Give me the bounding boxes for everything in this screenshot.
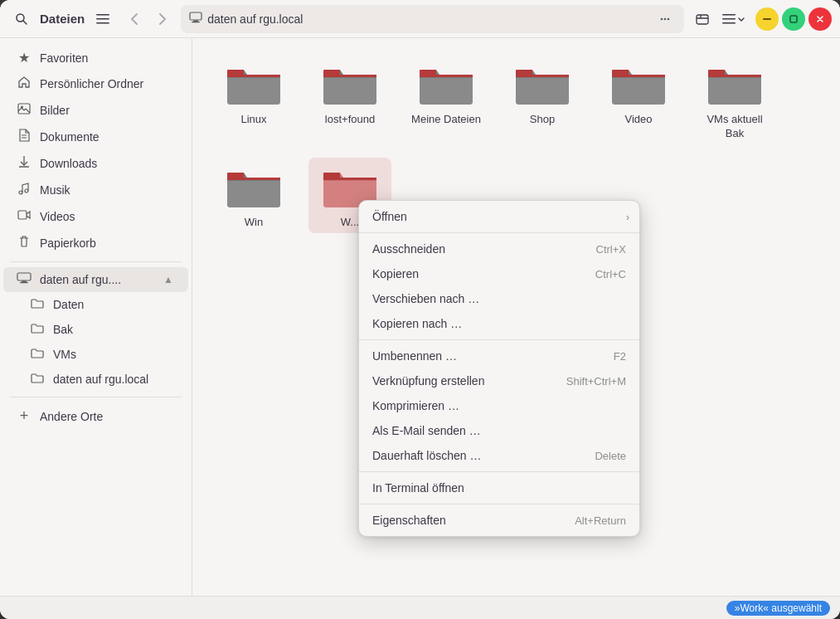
folder-video[interactable]: Video: [597, 55, 680, 144]
context-item-komprimieren[interactable]: Komprimieren …: [359, 393, 639, 418]
context-item-terminal[interactable]: In Terminal öffnen: [359, 475, 639, 500]
sidebar-divider-2: [10, 397, 182, 397]
view-toggle-button[interactable]: [719, 6, 749, 32]
home-icon: [17, 76, 32, 92]
context-item-umbenennen[interactable]: Umbenennen … F2: [359, 344, 639, 368]
folder-lost-found[interactable]: lost+found: [308, 55, 391, 144]
sidebar-item-vms[interactable]: VMs: [3, 342, 188, 367]
shortcut-umbenennen: F2: [614, 350, 626, 363]
sidebar-label-videos: Videos: [40, 210, 175, 223]
titlebar-right: [689, 6, 832, 32]
context-label-verschieben: Verschieben nach …: [372, 292, 479, 305]
svg-rect-17: [18, 104, 30, 114]
svg-rect-44: [323, 178, 376, 180]
sidebar-item-persoenlicher-ordner[interactable]: Persönlicher Ordner: [3, 71, 188, 97]
svg-point-8: [661, 17, 663, 20]
svg-point-9: [664, 17, 667, 20]
titlebar-left: Dateien: [8, 6, 116, 32]
context-label-umbenennen: Umbenennen …: [372, 349, 457, 363]
back-button[interactable]: [121, 6, 148, 32]
svg-rect-2: [96, 14, 109, 16]
new-tab-button[interactable]: [689, 6, 716, 32]
folder-icon-vms: [30, 347, 45, 362]
minimize-button[interactable]: [755, 7, 779, 31]
trash-icon: [17, 235, 32, 251]
sidebar-label-downloads: Downloads: [40, 157, 175, 170]
nav-buttons: [121, 6, 176, 32]
context-item-verschieben[interactable]: Verschieben nach …: [359, 286, 639, 311]
statusbar: »Work« ausgewählt: [0, 596, 840, 619]
folder-vms-aktuell-bak[interactable]: VMs aktuell Bak: [693, 55, 776, 144]
folder-icon-win: [224, 164, 284, 211]
svg-rect-27: [22, 281, 27, 283]
sidebar-item-favoriten[interactable]: ★ Favoriten: [3, 45, 188, 71]
location-bar[interactable]: daten auf rgu.local: [181, 5, 684, 33]
file-manager-window: Dateien: [0, 0, 840, 619]
context-item-email[interactable]: Als E-Mail senden …: [359, 418, 639, 443]
folder-icon-vms-aktuell-bak: [705, 61, 765, 108]
folder-shop[interactable]: Shop: [501, 55, 584, 144]
sidebar-item-videos[interactable]: Videos: [3, 203, 188, 230]
context-label-kopieren: Kopieren: [372, 267, 419, 280]
context-item-loeschen[interactable]: Dauerhaft löschen … Delete: [359, 443, 639, 468]
sidebar-item-bak[interactable]: Bak: [3, 317, 188, 342]
hamburger-button[interactable]: [90, 6, 116, 32]
forward-button[interactable]: [149, 6, 176, 32]
folder-icon-linux: [224, 61, 284, 108]
svg-rect-38: [612, 75, 665, 77]
svg-rect-25: [18, 211, 27, 219]
folder-label-linux: Linux: [240, 113, 266, 127]
sidebar-item-andere-orte[interactable]: + Andere Orte: [3, 402, 188, 430]
sidebar-item-daten[interactable]: Daten: [3, 292, 188, 317]
location-menu-button[interactable]: [654, 8, 676, 30]
sidebar: ★ Favoriten Persönlicher Ordner: [0, 38, 192, 596]
folder-label-win: Win: [245, 216, 263, 230]
sidebar-label-bak: Bak: [53, 323, 175, 336]
eject-button[interactable]: ▲: [162, 272, 175, 287]
app-title: Dateien: [40, 12, 85, 26]
sidebar-item-downloads[interactable]: Downloads: [3, 150, 188, 177]
network-icon: [17, 272, 32, 287]
sidebar-label-andere-orte: Andere Orte: [40, 410, 175, 423]
sidebar-item-bilder[interactable]: Bilder: [3, 97, 188, 124]
folder-icon-bak: [30, 322, 45, 337]
close-button[interactable]: [808, 7, 832, 31]
sidebar-item-dokumente[interactable]: Dokumente: [3, 124, 188, 150]
folder-label-meine-dateien: Meine Dateien: [411, 113, 481, 127]
sidebar-label-papierkorb: Papierkorb: [40, 236, 175, 250]
context-item-ausschneiden[interactable]: Ausschneiden Ctrl+X: [359, 236, 639, 261]
folder-label-shop: Shop: [530, 113, 555, 127]
svg-point-10: [668, 17, 670, 20]
context-item-eigenschaften[interactable]: Eigenschaften Alt+Return: [359, 508, 639, 533]
music-icon: [17, 182, 32, 198]
sidebar-item-network[interactable]: daten auf rgu.... ▲: [3, 267, 188, 292]
folder-label-video: Video: [624, 113, 652, 127]
context-separator-4: [359, 504, 639, 504]
folder-icon-rgu-local: [30, 372, 45, 387]
context-item-kopieren[interactable]: Kopieren Ctrl+C: [359, 261, 639, 286]
folder-icon-lost-found: [320, 61, 380, 108]
sidebar-item-daten-auf-rgu-local[interactable]: daten auf rgu.local: [3, 367, 188, 392]
sidebar-item-musik[interactable]: Musik: [3, 177, 188, 203]
folder-meine-dateien[interactable]: Meine Dateien: [405, 55, 488, 144]
context-label-eigenschaften: Eigenschaften: [372, 514, 446, 527]
folder-win[interactable]: Win: [212, 158, 295, 233]
context-label-loeschen: Dauerhaft löschen …: [372, 449, 482, 462]
sidebar-item-papierkorb[interactable]: Papierkorb: [3, 230, 188, 256]
svg-rect-40: [708, 75, 761, 77]
search-button[interactable]: [8, 6, 35, 32]
svg-rect-30: [227, 75, 280, 77]
plus-icon: +: [17, 407, 32, 425]
folder-linux[interactable]: Linux: [212, 55, 295, 144]
context-item-kopieren-nach[interactable]: Kopieren nach …: [359, 311, 639, 336]
maximize-button[interactable]: [782, 7, 805, 31]
svg-rect-34: [420, 75, 473, 77]
sidebar-label-network: daten auf rgu....: [40, 273, 153, 286]
context-item-verknuepfung[interactable]: Verknüpfung erstellen Shift+Ctrl+M: [359, 368, 639, 393]
context-item-oeffnen[interactable]: Öffnen ›: [359, 204, 639, 229]
main-area: ★ Favoriten Persönlicher Ordner: [0, 38, 840, 596]
wm-buttons: [755, 7, 832, 31]
folder-label-lost-found: lost+found: [325, 113, 375, 127]
shortcut-ausschneiden: Ctrl+X: [596, 243, 626, 256]
shortcut-kopieren: Ctrl+C: [595, 268, 626, 280]
